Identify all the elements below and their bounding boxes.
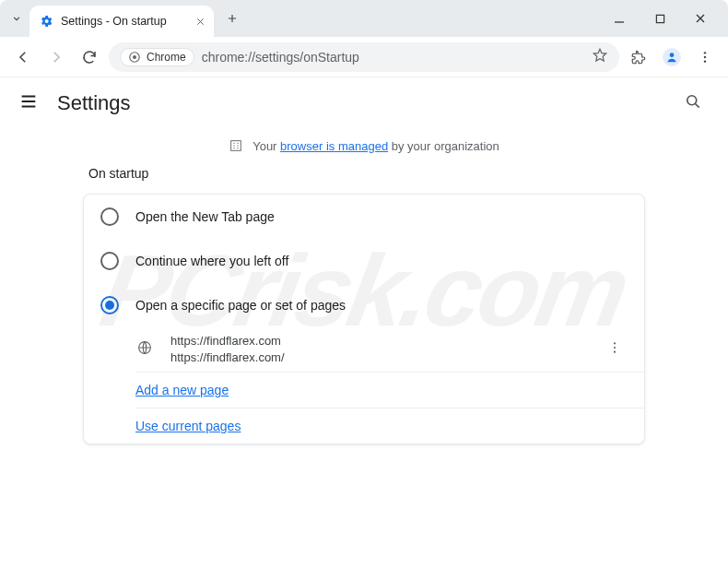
minimize-icon [614, 13, 625, 24]
option-continue[interactable]: Continue where you left off [84, 239, 644, 283]
omnibox[interactable]: Chrome chrome://settings/onStartup [109, 42, 619, 72]
profile-button[interactable] [658, 43, 686, 71]
globe-icon [135, 339, 154, 360]
add-page-row: Add a new page [84, 373, 644, 408]
close-icon [695, 13, 706, 24]
startup-page-entry: https://findflarex.com https://findflare… [84, 327, 644, 372]
page-more-button[interactable] [602, 335, 628, 364]
arrow-left-icon [15, 49, 31, 65]
building-icon [229, 138, 243, 153]
window-controls [606, 6, 721, 31]
close-icon [195, 17, 205, 27]
user-icon [665, 51, 678, 64]
use-current-pages-link[interactable]: Use current pages [135, 419, 241, 433]
extensions-button[interactable] [625, 43, 652, 71]
radio-button[interactable] [100, 207, 119, 226]
browser-titlebar: Settings - On startup [0, 0, 728, 37]
site-security-chip[interactable]: Chrome [120, 48, 194, 66]
back-button[interactable] [9, 43, 37, 71]
search-icon [684, 92, 702, 111]
svg-point-6 [704, 60, 706, 62]
forward-button[interactable] [42, 43, 70, 71]
reload-button[interactable] [76, 43, 103, 71]
radio-button[interactable] [100, 252, 119, 270]
bookmark-button[interactable] [592, 47, 608, 67]
option-label: Open a specific page or set of pages [135, 298, 346, 313]
tab-title: Settings - On startup [61, 15, 184, 28]
startup-page-text: https://findflarex.com https://findflare… [170, 333, 585, 366]
arrow-right-icon [48, 49, 65, 65]
hamburger-icon [18, 91, 39, 112]
svg-point-4 [704, 52, 706, 53]
kebab-icon [698, 50, 712, 65]
settings-gear-icon [39, 14, 53, 29]
url-text: chrome://settings/onStartup [202, 50, 584, 65]
svg-point-11 [614, 347, 616, 349]
chrome-logo-icon [128, 51, 141, 64]
svg-rect-0 [656, 15, 663, 22]
svg-point-12 [614, 351, 616, 353]
new-tab-button[interactable] [219, 6, 245, 31]
settings-header: Settings [0, 77, 728, 129]
chevron-down-icon [10, 12, 23, 25]
add-new-page-link[interactable]: Add a new page [135, 383, 229, 397]
maximize-icon [655, 14, 665, 24]
plus-icon [226, 12, 239, 25]
star-icon [592, 47, 608, 64]
section-title: On startup [83, 166, 645, 181]
reload-icon [81, 49, 98, 65]
chip-label: Chrome [147, 51, 186, 64]
option-label: Open the New Tab page [135, 209, 275, 224]
svg-point-7 [687, 96, 697, 105]
on-startup-section: On startup Open the New Tab page Continu… [0, 166, 728, 444]
page-title: Settings [57, 91, 131, 115]
search-settings-button[interactable] [676, 85, 710, 122]
svg-rect-8 [231, 141, 241, 151]
browser-managed-link[interactable]: browser is managed [280, 139, 388, 153]
svg-point-10 [614, 342, 616, 344]
hamburger-menu-button[interactable] [18, 91, 39, 115]
kebab-icon [607, 340, 622, 355]
use-current-row: Use current pages [84, 408, 644, 444]
startup-card: Open the New Tab page Continue where you… [83, 194, 645, 444]
browser-toolbar: Chrome chrome://settings/onStartup [0, 37, 728, 77]
radio-button[interactable] [100, 296, 119, 314]
option-open-new-tab[interactable]: Open the New Tab page [84, 195, 644, 239]
svg-point-3 [670, 53, 675, 57]
maximize-button[interactable] [647, 6, 673, 31]
managed-banner: Your browser is managed by your organiza… [0, 129, 728, 166]
puzzle-icon [630, 49, 647, 65]
option-specific-pages[interactable]: Open a specific page or set of pages [84, 283, 644, 327]
chrome-menu-button[interactable] [691, 43, 719, 71]
close-window-button[interactable] [687, 6, 713, 31]
tab-close-button[interactable] [192, 13, 208, 30]
svg-point-2 [133, 54, 136, 58]
svg-point-5 [704, 55, 706, 57]
minimize-button[interactable] [606, 6, 632, 31]
tab-search-button[interactable] [4, 6, 29, 31]
browser-tab-active[interactable]: Settings - On startup [29, 6, 214, 37]
option-label: Continue where you left off [135, 254, 288, 268]
managed-text: Your browser is managed by your organiza… [252, 139, 499, 153]
